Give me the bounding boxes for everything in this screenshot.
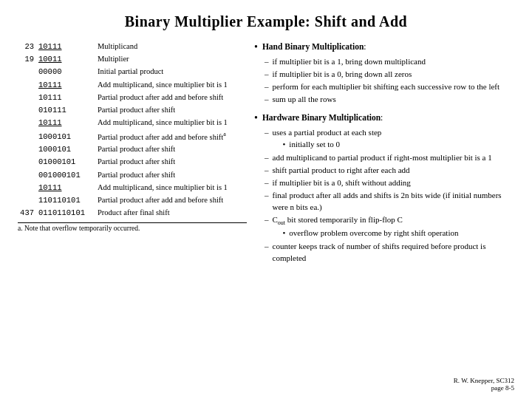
row-binary: 10011 bbox=[37, 54, 95, 65]
row-description: Add multiplicand, since multiplier bit i… bbox=[95, 182, 247, 193]
row-binary: 1000101 bbox=[37, 132, 95, 143]
row-description: Partial product after add and before shi… bbox=[95, 194, 247, 205]
table-row: 001000101Partial product after shift bbox=[18, 169, 247, 181]
row-binary: 00000 bbox=[37, 66, 95, 78]
list-item: –counter keeps track of number of shifts… bbox=[265, 241, 514, 265]
row-description: Partial product after add and before shi… bbox=[95, 130, 247, 143]
dash-char: – bbox=[265, 190, 269, 202]
item-wrapper: if multiplier bit is a 0, shift without … bbox=[273, 177, 411, 189]
footer-line2: page 8-5 bbox=[18, 384, 514, 392]
sub-item-text: initially set to 0 bbox=[289, 139, 340, 151]
page-title: Binary Multiplier Example: Shift and Add bbox=[18, 13, 514, 30]
list-item: –if multiplier bit is a 0, bring down al… bbox=[265, 69, 514, 81]
item-wrapper: if multiplier bit is a 1, bring down mul… bbox=[273, 56, 426, 68]
sub-list: •overflow problem overcome by right shif… bbox=[283, 228, 459, 239]
bullet-section: •Hardware Binary Multiplication:–uses a … bbox=[254, 112, 514, 264]
row-binary: 10111 bbox=[37, 41, 95, 52]
sub-list-item: •overflow problem overcome by right shif… bbox=[283, 228, 459, 239]
table-row: 00000Initial partial product bbox=[18, 66, 247, 78]
dash-list: –if multiplier bit is a 1, bring down mu… bbox=[265, 56, 514, 106]
item-wrapper: sum up all the rows bbox=[273, 94, 336, 106]
dash-char: – bbox=[265, 152, 269, 164]
item-wrapper: perform for each multiplier bit shifting… bbox=[273, 81, 500, 93]
table-row: 10111Add multiplicand, since multiplier … bbox=[18, 117, 247, 129]
row-number: 23 bbox=[18, 41, 37, 52]
row-binary: 10111 bbox=[37, 80, 95, 91]
table-row: 2310111Multiplicand bbox=[18, 41, 247, 52]
item-wrapper: shift partial product to right after eac… bbox=[273, 165, 410, 177]
bullet-dot: • bbox=[254, 40, 258, 55]
section-header: •Hardware Binary Multiplication: bbox=[254, 112, 514, 126]
item-wrapper: Cout bit stored temporarily in flip-flop… bbox=[273, 214, 459, 240]
table-row: 1910011Multiplier bbox=[18, 53, 247, 65]
list-item: –final product after all adds and shifts… bbox=[265, 190, 514, 214]
row-binary: 1000101 bbox=[37, 144, 95, 155]
bullet-section: •Hand Binary Multiplication:–if multipli… bbox=[254, 41, 514, 106]
table-note: a. Note that overflow temporarily occurr… bbox=[18, 222, 247, 232]
list-item: –sum up all the rows bbox=[265, 94, 514, 106]
item-text: uses a partial product at each step bbox=[273, 128, 382, 137]
row-binary: 0110110101 bbox=[37, 208, 95, 219]
table-row: 010111Partial product after shift bbox=[18, 104, 247, 116]
dash-char: – bbox=[265, 177, 269, 189]
sub-bullet: • bbox=[283, 228, 286, 239]
right-panel: •Hand Binary Multiplication:–if multipli… bbox=[254, 41, 514, 374]
row-description: Add multiplicand, since multiplier bit i… bbox=[95, 117, 247, 128]
list-item: –if multiplier bit is a 0, shift without… bbox=[265, 177, 514, 189]
table-row: 10111Partial product after add and befor… bbox=[18, 92, 247, 103]
dash-char: – bbox=[265, 69, 269, 81]
item-text: Cout bit stored temporarily in flip-flop… bbox=[273, 215, 403, 224]
row-description: Partial product after shift bbox=[95, 156, 247, 167]
item-wrapper: uses a partial product at each step•init… bbox=[273, 127, 382, 151]
row-binary: 010111 bbox=[37, 105, 95, 116]
list-item: –Cout bit stored temporarily in flip-flo… bbox=[265, 214, 514, 240]
item-text: final product after all adds and shifts … bbox=[273, 191, 502, 211]
table-row: 1000101Partial product after add and bef… bbox=[18, 130, 247, 143]
list-item: –add multiplicand to partial product if … bbox=[265, 152, 514, 164]
table-row: 10111Add multiplicand, since multiplier … bbox=[18, 182, 247, 194]
item-wrapper: counter keeps track of number of shifts … bbox=[273, 241, 515, 265]
sub-list: •initially set to 0 bbox=[283, 139, 382, 151]
sub-list-item: •initially set to 0 bbox=[283, 139, 382, 151]
item-wrapper: final product after all adds and shifts … bbox=[273, 190, 515, 214]
table-row: 1000101Partial product after shift bbox=[18, 143, 247, 155]
table-row: 4370110110101Product after final shift bbox=[18, 207, 247, 219]
section-title: Hand Binary Multiplication: bbox=[262, 41, 366, 53]
row-binary: 10111 bbox=[37, 92, 95, 103]
list-item: –perform for each multiplier bit shiftin… bbox=[265, 81, 514, 93]
row-binary: 01000101 bbox=[37, 157, 95, 168]
item-wrapper: if multiplier bit is a 0, bring down all… bbox=[273, 69, 412, 81]
table-row: 10111Add multiplicand, since multiplier … bbox=[18, 79, 247, 91]
row-binary: 10111 bbox=[37, 117, 95, 129]
dash-char: – bbox=[265, 56, 269, 68]
row-description: Initial partial product bbox=[95, 66, 247, 77]
row-binary: 001000101 bbox=[37, 170, 95, 181]
footer: R. W. Knepper, SC312 page 8-5 bbox=[18, 377, 514, 392]
row-description: Multiplicand bbox=[95, 41, 247, 52]
left-panel: 2310111Multiplicand1910011Multiplier0000… bbox=[18, 41, 247, 374]
sub-bullet: • bbox=[283, 139, 286, 151]
footer-line1: R. W. Knepper, SC312 bbox=[18, 377, 514, 384]
row-description: Partial product after shift bbox=[95, 104, 247, 115]
dash-char: – bbox=[265, 214, 269, 226]
dash-char: – bbox=[265, 81, 269, 93]
section-header: •Hand Binary Multiplication: bbox=[254, 41, 514, 55]
multiplication-table: 2310111Multiplicand1910011Multiplier0000… bbox=[18, 41, 247, 219]
row-description: Partial product after shift bbox=[95, 169, 247, 180]
row-number: 19 bbox=[18, 54, 37, 65]
item-text: if multiplier bit is a 1, bring down mul… bbox=[273, 57, 426, 66]
row-number: 437 bbox=[18, 208, 37, 219]
item-text: sum up all the rows bbox=[273, 95, 336, 103]
list-item: –shift partial product to right after ea… bbox=[265, 165, 514, 177]
dash-char: – bbox=[265, 94, 269, 106]
item-text: if multiplier bit is a 0, shift without … bbox=[273, 178, 411, 187]
bullet-dot: • bbox=[254, 111, 258, 126]
table-row: 110110101Partial product after add and b… bbox=[18, 194, 247, 206]
dash-char: – bbox=[265, 165, 269, 177]
item-wrapper: add multiplicand to partial product if r… bbox=[273, 152, 492, 164]
item-text: counter keeps track of number of shifts … bbox=[273, 242, 486, 262]
row-description: Add multiplicand, since multiplier bit i… bbox=[95, 79, 247, 90]
dash-char: – bbox=[265, 241, 269, 253]
dash-list: –uses a partial product at each step•ini… bbox=[265, 127, 514, 264]
row-description: Product after final shift bbox=[95, 207, 247, 218]
